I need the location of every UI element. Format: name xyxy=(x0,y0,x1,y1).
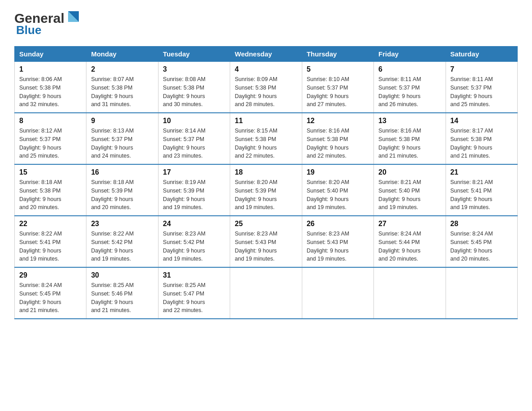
calendar-cell: 11 Sunrise: 8:15 AM Sunset: 5:38 PM Dayl… xyxy=(230,113,302,164)
logo-blue: Blue xyxy=(16,23,41,37)
calendar-cell: 30 Sunrise: 8:25 AM Sunset: 5:46 PM Dayl… xyxy=(86,267,158,319)
day-number: 17 xyxy=(163,168,225,176)
calendar-header-row: SundayMondayTuesdayWednesdayThursdayFrid… xyxy=(15,47,518,62)
day-info: Sunrise: 8:25 AM Sunset: 5:46 PM Dayligh… xyxy=(91,281,153,315)
calendar-cell: 18 Sunrise: 8:20 AM Sunset: 5:39 PM Dayl… xyxy=(230,164,302,216)
calendar-cell: 10 Sunrise: 8:14 AM Sunset: 5:37 PM Dayl… xyxy=(158,113,230,164)
day-info: Sunrise: 8:14 AM Sunset: 5:37 PM Dayligh… xyxy=(163,127,225,160)
day-info: Sunrise: 8:10 AM Sunset: 5:37 PM Dayligh… xyxy=(307,75,369,109)
calendar-cell: 16 Sunrise: 8:18 AM Sunset: 5:39 PM Dayl… xyxy=(86,164,158,216)
calendar-cell: 29 Sunrise: 8:24 AM Sunset: 5:45 PM Dayl… xyxy=(15,267,86,319)
day-number: 10 xyxy=(163,117,225,125)
calendar-cell: 4 Sunrise: 8:09 AM Sunset: 5:38 PM Dayli… xyxy=(230,62,302,113)
calendar-cell: 27 Sunrise: 8:24 AM Sunset: 5:44 PM Dayl… xyxy=(374,216,446,267)
calendar-cell: 13 Sunrise: 8:16 AM Sunset: 5:38 PM Dayl… xyxy=(374,113,446,164)
calendar-cell xyxy=(446,267,517,319)
calendar-cell: 3 Sunrise: 8:08 AM Sunset: 5:38 PM Dayli… xyxy=(158,62,230,113)
calendar-cell: 5 Sunrise: 8:10 AM Sunset: 5:37 PM Dayli… xyxy=(302,62,373,113)
day-number: 15 xyxy=(19,168,82,176)
day-number: 26 xyxy=(307,220,369,228)
col-header-tuesday: Tuesday xyxy=(158,47,230,62)
day-number: 28 xyxy=(450,220,513,228)
calendar-cell: 21 Sunrise: 8:21 AM Sunset: 5:41 PM Dayl… xyxy=(446,164,517,216)
day-info: Sunrise: 8:24 AM Sunset: 5:45 PM Dayligh… xyxy=(19,281,82,315)
calendar-cell: 17 Sunrise: 8:19 AM Sunset: 5:39 PM Dayl… xyxy=(158,164,230,216)
day-info: Sunrise: 8:13 AM Sunset: 5:37 PM Dayligh… xyxy=(91,127,153,160)
day-number: 19 xyxy=(307,168,369,176)
day-info: Sunrise: 8:11 AM Sunset: 5:37 PM Dayligh… xyxy=(378,75,441,109)
day-number: 14 xyxy=(450,117,513,125)
day-number: 6 xyxy=(378,65,441,73)
day-info: Sunrise: 8:19 AM Sunset: 5:39 PM Dayligh… xyxy=(163,178,225,212)
day-number: 20 xyxy=(378,168,441,176)
day-number: 18 xyxy=(235,168,297,176)
calendar-cell: 28 Sunrise: 8:24 AM Sunset: 5:45 PM Dayl… xyxy=(446,216,517,267)
col-header-saturday: Saturday xyxy=(446,47,517,62)
calendar-cell: 24 Sunrise: 8:23 AM Sunset: 5:42 PM Dayl… xyxy=(158,216,230,267)
day-info: Sunrise: 8:23 AM Sunset: 5:43 PM Dayligh… xyxy=(307,230,369,263)
day-info: Sunrise: 8:06 AM Sunset: 5:38 PM Dayligh… xyxy=(19,75,82,109)
day-number: 12 xyxy=(307,117,369,125)
day-info: Sunrise: 8:25 AM Sunset: 5:47 PM Dayligh… xyxy=(163,281,225,315)
col-header-monday: Monday xyxy=(86,47,158,62)
day-info: Sunrise: 8:22 AM Sunset: 5:41 PM Dayligh… xyxy=(19,230,82,263)
day-info: Sunrise: 8:08 AM Sunset: 5:38 PM Dayligh… xyxy=(163,75,225,109)
calendar-cell: 20 Sunrise: 8:21 AM Sunset: 5:40 PM Dayl… xyxy=(374,164,446,216)
col-header-thursday: Thursday xyxy=(302,47,373,62)
day-number: 5 xyxy=(307,65,369,73)
day-number: 8 xyxy=(19,117,82,125)
day-number: 13 xyxy=(378,117,441,125)
day-info: Sunrise: 8:24 AM Sunset: 5:44 PM Dayligh… xyxy=(378,230,441,263)
calendar-cell: 8 Sunrise: 8:12 AM Sunset: 5:37 PM Dayli… xyxy=(15,113,86,164)
day-number: 16 xyxy=(91,168,153,176)
day-info: Sunrise: 8:24 AM Sunset: 5:45 PM Dayligh… xyxy=(450,230,513,263)
col-header-sunday: Sunday xyxy=(15,47,86,62)
calendar-cell: 12 Sunrise: 8:16 AM Sunset: 5:38 PM Dayl… xyxy=(302,113,373,164)
day-number: 21 xyxy=(450,168,513,176)
day-info: Sunrise: 8:07 AM Sunset: 5:38 PM Dayligh… xyxy=(91,75,153,109)
day-info: Sunrise: 8:16 AM Sunset: 5:38 PM Dayligh… xyxy=(378,127,441,160)
calendar-cell: 9 Sunrise: 8:13 AM Sunset: 5:37 PM Dayli… xyxy=(86,113,158,164)
day-info: Sunrise: 8:21 AM Sunset: 5:41 PM Dayligh… xyxy=(450,178,513,212)
day-info: Sunrise: 8:23 AM Sunset: 5:42 PM Dayligh… xyxy=(163,230,225,263)
logo-triangle-icon xyxy=(65,9,82,26)
day-info: Sunrise: 8:18 AM Sunset: 5:39 PM Dayligh… xyxy=(91,178,153,212)
calendar-cell: 7 Sunrise: 8:11 AM Sunset: 5:37 PM Dayli… xyxy=(446,62,517,113)
day-number: 27 xyxy=(378,220,441,228)
calendar-cell xyxy=(374,267,446,319)
day-number: 9 xyxy=(91,117,153,125)
calendar-cell: 15 Sunrise: 8:18 AM Sunset: 5:38 PM Dayl… xyxy=(15,164,86,216)
calendar-cell: 1 Sunrise: 8:06 AM Sunset: 5:38 PM Dayli… xyxy=(15,62,86,113)
calendar-cell: 31 Sunrise: 8:25 AM Sunset: 5:47 PM Dayl… xyxy=(158,267,230,319)
day-info: Sunrise: 8:09 AM Sunset: 5:38 PM Dayligh… xyxy=(235,75,297,109)
page-header: General Blue xyxy=(14,11,518,37)
calendar-cell: 25 Sunrise: 8:23 AM Sunset: 5:43 PM Dayl… xyxy=(230,216,302,267)
calendar-week-row: 15 Sunrise: 8:18 AM Sunset: 5:38 PM Dayl… xyxy=(15,164,518,216)
calendar-cell: 14 Sunrise: 8:17 AM Sunset: 5:38 PM Dayl… xyxy=(446,113,517,164)
day-info: Sunrise: 8:15 AM Sunset: 5:38 PM Dayligh… xyxy=(235,127,297,160)
day-number: 11 xyxy=(235,117,297,125)
day-number: 3 xyxy=(163,65,225,73)
calendar-week-row: 29 Sunrise: 8:24 AM Sunset: 5:45 PM Dayl… xyxy=(15,267,518,319)
day-info: Sunrise: 8:23 AM Sunset: 5:43 PM Dayligh… xyxy=(235,230,297,263)
col-header-friday: Friday xyxy=(374,47,446,62)
day-number: 23 xyxy=(91,220,153,228)
col-header-wednesday: Wednesday xyxy=(230,47,302,62)
calendar-table: SundayMondayTuesdayWednesdayThursdayFrid… xyxy=(14,46,518,319)
calendar-cell: 23 Sunrise: 8:22 AM Sunset: 5:42 PM Dayl… xyxy=(86,216,158,267)
day-info: Sunrise: 8:20 AM Sunset: 5:39 PM Dayligh… xyxy=(235,178,297,212)
day-info: Sunrise: 8:12 AM Sunset: 5:37 PM Dayligh… xyxy=(19,127,82,160)
day-info: Sunrise: 8:20 AM Sunset: 5:40 PM Dayligh… xyxy=(307,178,369,212)
day-number: 2 xyxy=(91,65,153,73)
day-number: 24 xyxy=(163,220,225,228)
day-number: 4 xyxy=(235,65,297,73)
calendar-cell xyxy=(302,267,373,319)
calendar-cell: 22 Sunrise: 8:22 AM Sunset: 5:41 PM Dayl… xyxy=(15,216,86,267)
calendar-week-row: 8 Sunrise: 8:12 AM Sunset: 5:37 PM Dayli… xyxy=(15,113,518,164)
day-info: Sunrise: 8:17 AM Sunset: 5:38 PM Dayligh… xyxy=(450,127,513,160)
calendar-cell: 2 Sunrise: 8:07 AM Sunset: 5:38 PM Dayli… xyxy=(86,62,158,113)
calendar-cell: 6 Sunrise: 8:11 AM Sunset: 5:37 PM Dayli… xyxy=(374,62,446,113)
day-number: 31 xyxy=(163,271,225,279)
calendar-cell: 26 Sunrise: 8:23 AM Sunset: 5:43 PM Dayl… xyxy=(302,216,373,267)
day-number: 25 xyxy=(235,220,297,228)
